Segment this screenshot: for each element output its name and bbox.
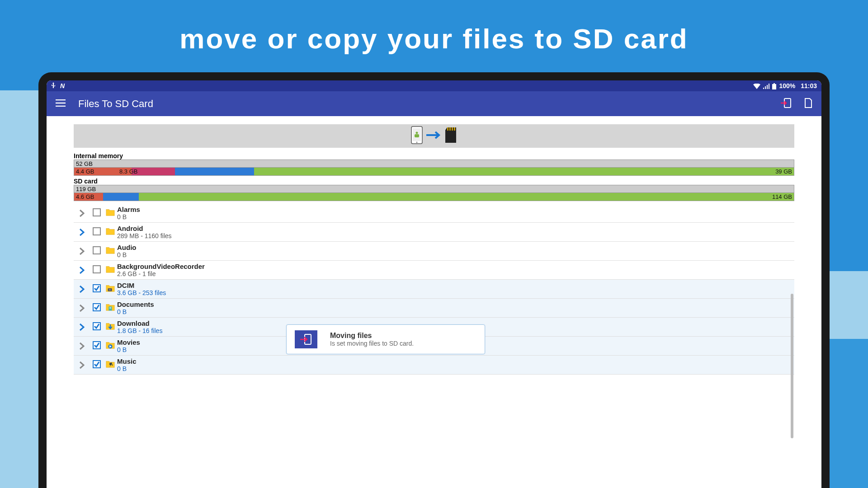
sd-usage-bar: 4.6 GB 114 GB [74,193,794,201]
app-bar: Files To SD Card [47,91,821,116]
folder-row[interactable]: Android289 MB - 1160 files [74,223,794,242]
svg-rect-7 [415,134,419,137]
file-action-icon[interactable] [804,98,812,110]
folder-name: BackgroundVideoRecorder [117,263,794,270]
chevron-right-icon[interactable] [74,342,90,350]
phone-source-icon [411,126,423,146]
chevron-right-icon[interactable] [74,209,90,217]
folder-icon [104,302,117,314]
internal-total: 52 GB [76,160,93,167]
chevron-right-icon[interactable] [74,285,90,293]
n-icon: N [60,82,65,89]
chevron-right-icon[interactable] [74,266,90,274]
internal-seg2: 8.3 GB [119,168,137,175]
status-time: 11:03 [801,82,817,89]
folder-row[interactable]: Audio0 B [74,242,794,261]
folder-checkbox[interactable] [90,208,104,218]
battery-icon [772,82,776,89]
svg-rect-14 [93,247,100,254]
folder-detail: 2.6 GB - 1 file [117,270,794,277]
sd-total: 119 GB [76,186,96,192]
svg-rect-11 [454,127,455,131]
status-right: 100% 11:03 [753,82,817,89]
folder-name: Alarms [117,206,794,213]
folder-row[interactable]: BackgroundVideoRecorder2.6 GB - 1 file [74,261,794,280]
folder-detail: 289 MB - 1160 files [117,232,794,239]
wifi-icon [753,82,760,89]
folder-detail: 0 B [117,251,794,258]
svg-rect-21 [109,307,111,308]
internal-total-bar: 52 GB [74,160,794,168]
folder-row[interactable]: DCIM3.6 GB - 253 files [74,280,794,299]
chevron-right-icon[interactable] [74,247,90,255]
folder-name: DCIM [117,282,794,289]
svg-rect-10 [452,127,453,131]
svg-rect-8 [447,127,448,131]
toast-message: Is set moving files to SD card. [330,340,414,347]
folder-icon [104,283,117,295]
folder-row[interactable]: Music0 B [74,356,794,375]
folder-detail: 0 B [117,308,794,315]
promo-headline: move or copy your files to SD card [0,23,868,55]
chevron-right-icon[interactable] [74,228,90,236]
folder-row[interactable]: Documents0 B [74,299,794,318]
svg-rect-9 [449,127,451,131]
folder-icon [104,245,117,257]
svg-point-18 [109,289,111,291]
android-status-bar: N 100% 11:03 [47,80,821,91]
folder-checkbox[interactable] [90,284,104,294]
folder-icon [104,340,117,352]
internal-label: Internal memory [74,152,794,160]
folder-row[interactable]: Alarms0 B [74,204,794,223]
background-left-band [0,90,38,488]
folder-icon [104,207,117,219]
folder-detail: 0 B [117,213,794,221]
moving-files-toast[interactable]: Moving files Is set moving files to SD c… [286,324,485,354]
folder-checkbox[interactable] [90,341,104,351]
hamburger-icon[interactable] [56,99,66,108]
internal-free: 39 GB [775,168,792,175]
svg-rect-15 [93,266,100,273]
folder-icon [104,226,117,238]
svg-point-6 [416,132,418,134]
internal-seg1: 4.4 GB [76,168,94,175]
folder-checkbox[interactable] [90,303,104,313]
chevron-right-icon[interactable] [74,361,90,369]
tablet-frame: N 100% 11:03 Files To SD Card [38,72,830,488]
folder-name: Documents [117,300,794,308]
folder-detail: 0 B [117,365,794,372]
folder-checkbox[interactable] [90,227,104,237]
chevron-right-icon[interactable] [74,304,90,312]
svg-point-5 [416,142,418,143]
scrollbar-thumb[interactable] [791,294,793,438]
folder-detail: 3.6 GB - 253 files [117,289,794,296]
move-action-icon[interactable] [781,98,792,110]
sd-seg1: 4.6 GB [76,193,94,200]
toast-move-icon [295,330,317,348]
folder-checkbox[interactable] [90,360,104,370]
svg-rect-1 [774,83,775,84]
battery-percent: 100% [779,82,795,89]
folder-icon [104,321,117,333]
folder-icon [104,359,117,371]
folder-checkbox[interactable] [90,322,104,332]
folder-checkbox[interactable] [90,246,104,256]
svg-rect-0 [772,84,776,89]
folder-name: Audio [117,244,794,251]
svg-rect-22 [109,308,111,308]
chevron-right-icon[interactable] [74,323,90,331]
app-title: Files To SD Card [78,98,768,110]
toast-title: Moving files [330,332,414,340]
folder-checkbox[interactable] [90,265,104,275]
signal-icon [763,82,769,89]
sd-free: 114 GB [772,193,792,200]
transfer-banner[interactable] [74,124,794,148]
internal-usage-bar: 4.4 GB 8.3 GB 39 GB [74,168,794,176]
internal-storage-block: Internal memory 52 GB 4.4 GB 8.3 GB 39 G… [74,152,794,176]
svg-rect-12 [93,209,100,216]
usb-icon [51,82,56,90]
folder-name: Music [117,357,794,365]
status-left: N [51,82,65,90]
sd-total-bar: 119 GB [74,185,794,193]
sd-label: SD card [74,178,794,185]
